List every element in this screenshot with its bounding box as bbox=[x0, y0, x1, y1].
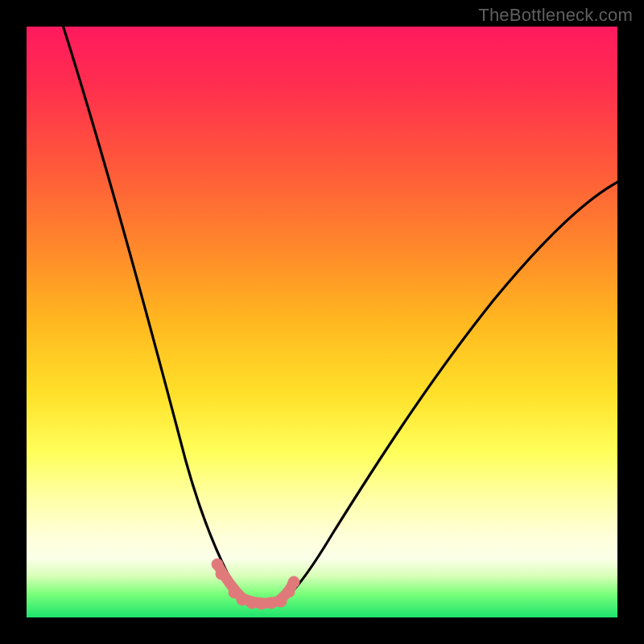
right-curve bbox=[281, 180, 622, 601]
chart-svg bbox=[27, 27, 617, 617]
left-curve bbox=[62, 23, 252, 601]
chart-frame: TheBottleneck.com bbox=[0, 0, 644, 644]
plot-area bbox=[27, 27, 617, 617]
watermark-text: TheBottleneck.com bbox=[478, 5, 633, 26]
